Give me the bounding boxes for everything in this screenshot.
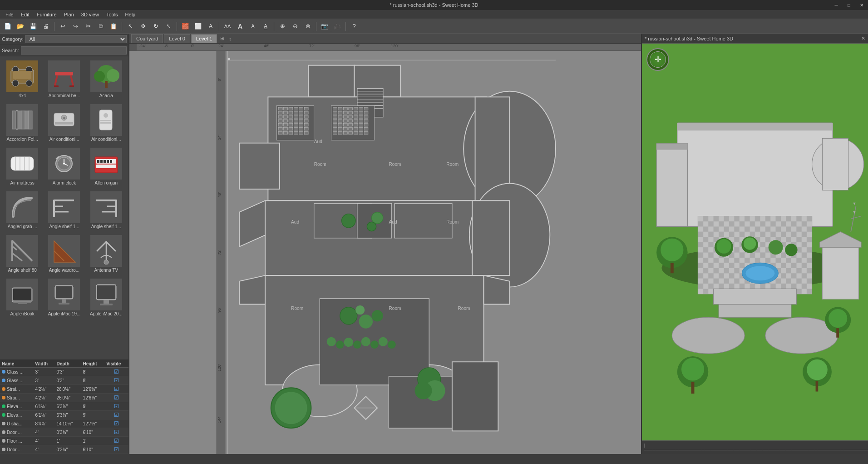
minimize-button[interactable]: ─	[830, 0, 843, 10]
cut-button[interactable]: ✂	[82, 20, 94, 32]
add-point-button[interactable]: ⊕	[276, 20, 288, 32]
svg-rect-140	[349, 111, 353, 114]
compass-widget[interactable]: ✛	[646, 48, 669, 71]
svg-rect-138	[338, 111, 342, 114]
visibility-checkbox[interactable]: ☑	[114, 438, 119, 444]
furniture-item-antennatv[interactable]: Antenna TV	[86, 233, 127, 275]
visibility-checkbox[interactable]: ☑	[114, 369, 119, 375]
visibility-checkbox[interactable]: ☑	[114, 412, 119, 418]
copy-button[interactable]: ⧉	[95, 20, 107, 32]
label-button[interactable]: A	[205, 20, 217, 32]
furniture-item-abdominal[interactable]: Abdominal be...	[44, 58, 84, 101]
svg-point-39	[63, 163, 65, 165]
svg-point-246	[744, 237, 756, 249]
save-button[interactable]: 💾	[27, 20, 39, 32]
furniture-item-angleshelf80[interactable]: Angle shelf 80	[2, 233, 43, 275]
magnet-button[interactable]: ⊗	[302, 20, 314, 32]
svg-rect-141	[354, 111, 358, 114]
svg-point-188	[367, 222, 376, 231]
room-button[interactable]: ⬜	[192, 20, 204, 32]
video-button[interactable]: 🎥	[331, 20, 343, 32]
resize-button[interactable]: ⤡	[163, 20, 174, 32]
3d-view[interactable]: ✛	[642, 44, 868, 440]
svg-rect-261	[822, 247, 858, 299]
menu-file[interactable]: File	[2, 11, 17, 18]
furniture-thumb-aircon2	[90, 104, 122, 136]
svg-rect-106	[284, 120, 288, 122]
visibility-checkbox[interactable]: ☑	[114, 446, 119, 453]
floor-plan[interactable]: -24' -8' 0' 24' 48' 72' 96' 120' 0'	[129, 44, 641, 454]
furniture-item-anglewardrobe[interactable]: Angle wardro...	[44, 233, 84, 275]
visibility-checkbox[interactable]: ☑	[114, 386, 119, 392]
furniture-item-angleshelf1b[interactable]: Angle shelf 1...	[86, 189, 127, 232]
new-button[interactable]: 📄	[2, 20, 14, 32]
menu-help[interactable]: Help	[122, 11, 139, 18]
table-row: Glass ... 3' 0'3" 8' ☑	[0, 376, 128, 385]
floor-plan-canvas[interactable]: 0' 24' 48' 72' 96' 120' 144'	[137, 51, 641, 454]
menu-plan[interactable]: Plan	[60, 11, 78, 18]
rotate-button[interactable]: ↻	[150, 20, 162, 32]
help-button[interactable]: ?	[348, 20, 360, 32]
svg-rect-127	[299, 131, 303, 134]
menu-3dview[interactable]: 3D view	[78, 11, 103, 18]
svg-rect-134	[354, 107, 358, 110]
svg-rect-161	[349, 124, 353, 126]
tab-courtyard[interactable]: Courtyard	[131, 34, 163, 43]
text-a-small-button[interactable]: A	[247, 20, 259, 32]
undo-button[interactable]: ↩	[57, 20, 69, 32]
visibility-checkbox[interactable]: ☑	[114, 429, 119, 435]
furniture-item-appleibook[interactable]: Apple iBook	[2, 276, 43, 319]
visibility-checkbox[interactable]: ☑	[114, 403, 119, 409]
furniture-item-accordion[interactable]: Accordion Fol...	[2, 102, 43, 145]
furniture-item-angleshelf1a[interactable]: Angle shelf 1...	[44, 189, 84, 232]
floor-plan-svg[interactable]: 0' 24' 48' 72' 96' 120' 144'	[137, 51, 641, 454]
svg-text:72': 72'	[217, 249, 222, 255]
3d-panel-close-button[interactable]: ✕	[861, 35, 865, 41]
print-button[interactable]: 🖨	[40, 20, 52, 32]
furniture-item-aircon2[interactable]: Air conditioni...	[86, 102, 127, 145]
tab-add-icon[interactable]: ⊞	[218, 34, 227, 43]
svg-rect-225	[228, 58, 230, 60]
tab-level1[interactable]: Level 1	[191, 34, 217, 43]
svg-point-203	[361, 337, 370, 346]
tab-level0[interactable]: Level 0	[164, 34, 190, 43]
cell-depth: 26'0⅛"	[55, 394, 81, 402]
close-button[interactable]: ✕	[855, 0, 868, 10]
open-button[interactable]: 📂	[15, 20, 26, 32]
furniture-item-alarmclock[interactable]: Alarm clock	[44, 145, 84, 188]
furniture-item-appleimac20[interactable]: Apple iMac 20...	[86, 276, 127, 319]
furniture-thumb-anglewardrobe	[48, 235, 80, 267]
text-a-large-button[interactable]: A	[234, 20, 246, 32]
text-aa-button[interactable]: AA	[222, 20, 233, 32]
move-button[interactable]: ✥	[137, 20, 149, 32]
visibility-checkbox[interactable]: ☑	[114, 394, 119, 401]
col-height: Height	[81, 360, 105, 368]
wall-button[interactable]: 🧱	[179, 20, 191, 32]
visibility-checkbox[interactable]: ☑	[114, 377, 119, 384]
furniture-item-airmattress[interactable]: Air mattress	[2, 145, 43, 188]
visibility-checkbox[interactable]: ☑	[114, 420, 119, 427]
furniture-item-allenorgan[interactable]: Allen organ	[86, 145, 127, 188]
furniture-item-appleimac19[interactable]: Apple iMac 19...	[44, 276, 84, 319]
category-select[interactable]: All	[25, 35, 127, 43]
tab-arrow-icon[interactable]: ↕	[227, 35, 234, 43]
select-button[interactable]: ↖	[124, 20, 136, 32]
cell-width: 3'	[33, 368, 54, 376]
menu-edit[interactable]: Edit	[17, 11, 33, 18]
menu-furniture[interactable]: Furniture	[33, 11, 60, 18]
furniture-item-aircon1[interactable]: ❄ Air conditioni...	[44, 102, 84, 145]
paste-button[interactable]: 📋	[108, 20, 119, 32]
text-underline-button[interactable]: A	[260, 20, 271, 32]
menu-tools[interactable]: Tools	[103, 11, 122, 18]
svg-rect-158	[333, 124, 337, 126]
maximize-button[interactable]: □	[843, 0, 855, 10]
remove-point-button[interactable]: ⊖	[289, 20, 301, 32]
furniture-item-acacia[interactable]: Acacia	[86, 58, 127, 101]
furniture-item-4x4[interactable]: 4x4	[2, 58, 43, 101]
redo-button[interactable]: ↪	[69, 20, 81, 32]
search-input[interactable]	[21, 46, 127, 55]
furniture-item-angledgrab[interactable]: Angled grab ...	[2, 189, 43, 232]
svg-point-205	[379, 337, 388, 346]
svg-rect-89	[289, 107, 293, 110]
photo-button[interactable]: 📷	[319, 20, 330, 32]
